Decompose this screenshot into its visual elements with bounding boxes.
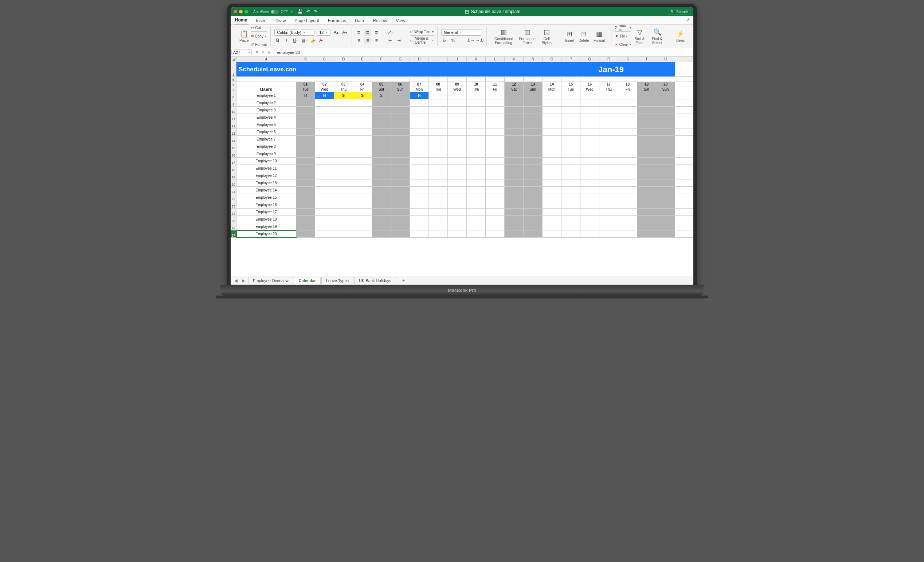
cell[interactable]: [486, 99, 505, 106]
cell[interactable]: Thu: [599, 87, 618, 92]
row-header[interactable]: 8: [231, 92, 237, 99]
cell[interactable]: [315, 179, 334, 186]
cell[interactable]: [543, 223, 561, 230]
cell[interactable]: [296, 201, 315, 208]
cell[interactable]: [467, 129, 486, 135]
ribbon-tab-home[interactable]: Home: [234, 16, 248, 24]
cell[interactable]: [296, 129, 315, 135]
cell[interactable]: [467, 223, 486, 230]
cell[interactable]: [561, 165, 580, 172]
cell[interactable]: [334, 187, 353, 194]
wrap-text-button[interactable]: ↵Wrap Text▾: [410, 28, 434, 36]
cell[interactable]: [656, 158, 675, 164]
cell[interactable]: [599, 187, 618, 194]
cell[interactable]: [467, 201, 486, 208]
cell[interactable]: [637, 121, 656, 128]
cell[interactable]: [372, 150, 391, 157]
row-header[interactable]: 15: [231, 143, 237, 150]
cell[interactable]: [315, 107, 334, 114]
cell[interactable]: [637, 143, 656, 150]
cell[interactable]: [486, 92, 505, 99]
row-header[interactable]: 11: [231, 114, 237, 121]
cell[interactable]: [372, 129, 391, 135]
cell[interactable]: 08: [429, 82, 448, 87]
cell[interactable]: [353, 216, 372, 223]
cell[interactable]: [561, 92, 580, 99]
orientation-icon[interactable]: ⤢▾: [387, 29, 393, 36]
cell[interactable]: [580, 187, 599, 194]
cell[interactable]: [618, 92, 637, 99]
cell[interactable]: [656, 194, 675, 201]
cell[interactable]: [372, 158, 391, 164]
row-header[interactable]: 23: [231, 201, 237, 208]
find-select-button[interactable]: 🔍Find & Select: [648, 28, 666, 45]
cell[interactable]: Employee 18: [237, 216, 296, 223]
cell[interactable]: Employee 2: [237, 99, 296, 106]
cell[interactable]: Thu: [467, 87, 486, 92]
cell[interactable]: [486, 114, 505, 121]
cell[interactable]: [334, 179, 353, 186]
cell[interactable]: [448, 216, 467, 223]
cell[interactable]: [543, 201, 561, 208]
ribbon-tab-view[interactable]: View: [395, 17, 406, 24]
cell[interactable]: [486, 187, 505, 194]
cell[interactable]: [315, 230, 334, 237]
cell[interactable]: [505, 99, 524, 106]
cell[interactable]: [486, 143, 505, 150]
font-name-select[interactable]: Calibri (Body)▾: [274, 29, 314, 36]
cell[interactable]: [410, 136, 429, 143]
cell[interactable]: [561, 143, 580, 150]
copy-button[interactable]: ⧉Copy▾: [251, 33, 267, 40]
cell[interactable]: [486, 179, 505, 186]
cell[interactable]: [296, 216, 315, 223]
cell[interactable]: [599, 230, 618, 237]
cell[interactable]: [524, 230, 543, 237]
cell[interactable]: [561, 99, 580, 106]
cell[interactable]: [618, 179, 637, 186]
cell[interactable]: [561, 187, 580, 194]
cell[interactable]: [543, 209, 561, 215]
cell[interactable]: [656, 150, 675, 157]
align-bottom-icon[interactable]: ≣: [373, 29, 380, 36]
cell[interactable]: [561, 150, 580, 157]
redo-icon[interactable]: ↷: [314, 9, 317, 14]
cell[interactable]: [618, 216, 637, 223]
cell[interactable]: [543, 92, 561, 99]
column-header[interactable]: R: [599, 57, 618, 62]
cell[interactable]: [448, 114, 467, 121]
cell[interactable]: Mon: [543, 87, 561, 92]
cell[interactable]: [486, 77, 505, 82]
cell[interactable]: S: [334, 92, 353, 99]
cell[interactable]: [467, 187, 486, 194]
cell[interactable]: [372, 165, 391, 172]
cell[interactable]: [524, 121, 543, 128]
cell[interactable]: [656, 230, 675, 237]
cell[interactable]: [429, 114, 448, 121]
cell[interactable]: [599, 92, 618, 99]
cell[interactable]: [580, 223, 599, 230]
cell-styles-button[interactable]: ▤Cell Styles: [538, 28, 555, 45]
cell[interactable]: Employee 8: [237, 143, 296, 150]
cell[interactable]: [505, 121, 524, 128]
cell[interactable]: [410, 187, 429, 194]
cell[interactable]: [429, 165, 448, 172]
cell[interactable]: [618, 201, 637, 208]
insert-cells-button[interactable]: ⊞Insert: [563, 30, 576, 43]
cell[interactable]: [334, 114, 353, 121]
cell[interactable]: Employee 14: [237, 187, 296, 194]
cell[interactable]: [429, 136, 448, 143]
cell[interactable]: [656, 114, 675, 121]
cell[interactable]: [391, 107, 410, 114]
cell[interactable]: [334, 136, 353, 143]
cell[interactable]: [580, 121, 599, 128]
cell[interactable]: [486, 165, 505, 172]
cell[interactable]: Mon: [410, 87, 429, 92]
cell[interactable]: [637, 187, 656, 194]
cell[interactable]: [656, 129, 675, 135]
cell[interactable]: Employee 5: [237, 121, 296, 128]
cell[interactable]: 01: [296, 82, 315, 87]
cell[interactable]: 17: [599, 82, 618, 87]
cell[interactable]: [599, 114, 618, 121]
cut-button[interactable]: ✂Cut: [251, 24, 267, 32]
cell[interactable]: [410, 107, 429, 114]
